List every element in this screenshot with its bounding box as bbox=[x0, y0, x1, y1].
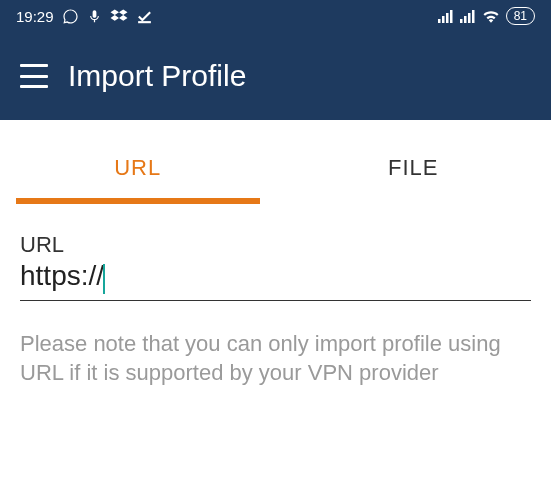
tab-url-label: URL bbox=[114, 155, 161, 181]
tab-indicator bbox=[16, 198, 260, 204]
mic-icon bbox=[87, 8, 102, 25]
status-left: 19:29 bbox=[16, 8, 153, 25]
battery-indicator: 81 bbox=[506, 7, 535, 25]
svg-rect-2 bbox=[442, 16, 445, 23]
svg-rect-1 bbox=[438, 19, 441, 23]
svg-rect-8 bbox=[472, 10, 475, 23]
signal-icon-2 bbox=[460, 9, 476, 23]
app-bar: Import Profile bbox=[0, 32, 551, 120]
status-time: 19:29 bbox=[16, 8, 54, 25]
tab-file-label: FILE bbox=[388, 155, 438, 181]
page-title: Import Profile bbox=[68, 59, 246, 93]
url-value: https:// bbox=[20, 260, 104, 291]
text-cursor bbox=[103, 264, 105, 294]
url-label: URL bbox=[20, 232, 531, 258]
url-input[interactable]: https:// bbox=[20, 260, 531, 301]
wifi-icon bbox=[482, 9, 500, 23]
signal-icon-1 bbox=[438, 9, 454, 23]
tab-url[interactable]: URL bbox=[0, 132, 276, 204]
svg-rect-4 bbox=[450, 10, 453, 23]
help-text: Please note that you can only import pro… bbox=[20, 329, 531, 388]
check-icon bbox=[136, 8, 153, 25]
svg-rect-6 bbox=[464, 16, 467, 23]
content: URL https:// Please note that you can on… bbox=[0, 204, 551, 388]
status-right: 81 bbox=[438, 7, 535, 25]
whatsapp-icon bbox=[62, 8, 79, 25]
tabs: URL FILE bbox=[0, 132, 551, 204]
status-bar: 19:29 81 bbox=[0, 0, 551, 32]
svg-rect-3 bbox=[446, 13, 449, 23]
svg-rect-7 bbox=[468, 13, 471, 23]
svg-rect-5 bbox=[460, 19, 463, 23]
tab-file[interactable]: FILE bbox=[276, 132, 552, 204]
dropbox-icon bbox=[110, 8, 128, 25]
menu-icon[interactable] bbox=[20, 64, 48, 88]
battery-level: 81 bbox=[514, 9, 527, 23]
